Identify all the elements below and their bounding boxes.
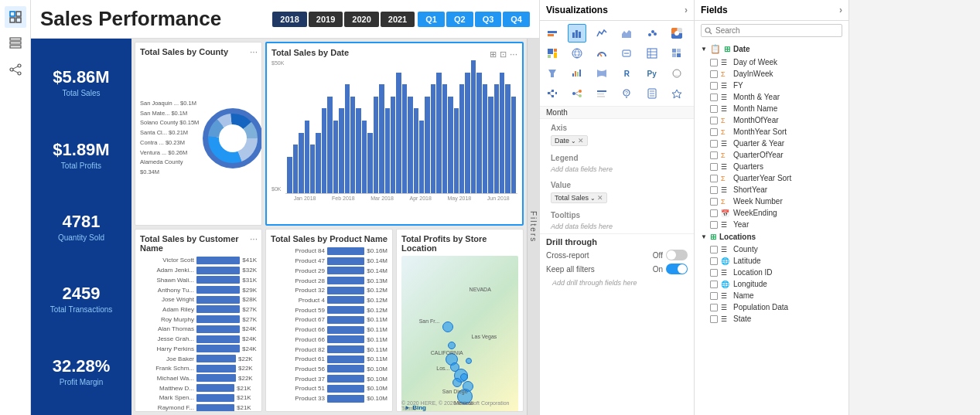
year-2021-button[interactable]: 2021	[381, 12, 415, 27]
field-item-dayinweek[interactable]: Σ DayInWeek	[695, 68, 849, 80]
loc-field-checkbox-2[interactable]	[710, 269, 718, 277]
field-checkbox-8[interactable]	[710, 151, 718, 159]
viz-r-script[interactable]: R	[617, 64, 636, 83]
field-checkbox-6[interactable]	[710, 128, 718, 136]
viz-key-influencers[interactable]	[568, 84, 586, 103]
loc-field-checkbox-3[interactable]	[710, 281, 718, 288]
data-view-icon[interactable]	[5, 32, 26, 54]
value-field-close[interactable]: ✕	[597, 194, 603, 202]
fields-group-date[interactable]: ▼ 📋 ⊞ Date	[695, 42, 849, 56]
viz-custom[interactable]: ...	[668, 64, 686, 83]
viz-python[interactable]: Py	[643, 64, 661, 83]
field-item-monthofyear[interactable]: Σ MonthOfYear	[695, 114, 849, 126]
field-checkbox-5[interactable]	[710, 117, 718, 124]
q1-button[interactable]: Q1	[418, 12, 445, 27]
field-item-quarterofyear[interactable]: Σ QuarterOfYear	[695, 149, 849, 161]
viz-treemap[interactable]	[543, 44, 562, 63]
field-checkbox-7[interactable]	[710, 140, 718, 148]
fields-search-container[interactable]	[701, 24, 842, 37]
field-checkbox-0[interactable]	[710, 59, 718, 66]
viz-table[interactable]	[643, 44, 661, 63]
viz-waterfall[interactable]	[568, 64, 586, 83]
field-checkbox-2[interactable]	[710, 82, 718, 90]
field-item-month_&_year[interactable]: ☰ Month & Year	[695, 91, 849, 103]
year-2020-button[interactable]: 2020	[344, 12, 378, 27]
field-checkbox-10[interactable]	[710, 175, 718, 182]
fields-group-locations[interactable]: ▼ ⊞ Locations	[695, 230, 849, 243]
viz-ribbon[interactable]	[592, 64, 611, 83]
chart-customer-menu[interactable]: ···	[250, 233, 258, 244]
viz-card[interactable]	[617, 44, 636, 63]
field-type-icon-4: ☰	[721, 105, 730, 113]
loc-field-item-county[interactable]: ☰ County	[695, 243, 849, 255]
cross-report-toggle[interactable]	[666, 250, 688, 260]
viz-area[interactable]	[617, 24, 636, 43]
field-checkbox-4[interactable]	[710, 105, 718, 113]
loc-field-checkbox-1[interactable]	[710, 257, 718, 265]
field-checkbox-3[interactable]	[710, 94, 718, 101]
focus-icon[interactable]: ⊡	[500, 49, 507, 60]
search-input[interactable]	[715, 26, 838, 35]
field-checkbox-14[interactable]	[710, 221, 718, 229]
viz-column[interactable]	[568, 24, 586, 43]
loc-field-item-longitude[interactable]: 🌐 Longitude	[695, 278, 849, 290]
viz-map[interactable]	[568, 44, 586, 63]
chart-date-menu[interactable]: ···	[510, 49, 517, 60]
field-item-quarters[interactable]: ☰ Quarters	[695, 161, 849, 172]
field-checkbox-11[interactable]	[710, 186, 718, 194]
year-2019-button[interactable]: 2019	[309, 12, 343, 27]
loc-field-checkbox-6[interactable]	[710, 315, 718, 323]
viz-funnel[interactable]	[543, 64, 562, 83]
viz-line[interactable]	[592, 24, 611, 43]
field-checkbox-9[interactable]	[710, 163, 718, 171]
field-item-week_number[interactable]: Σ Week Number	[695, 196, 849, 207]
field-checkbox-13[interactable]	[710, 209, 718, 217]
loc-field-checkbox-5[interactable]	[710, 304, 718, 311]
loc-field-item-name[interactable]: ☰ Name	[695, 290, 849, 301]
viz-pie[interactable]	[668, 24, 686, 43]
q2-button[interactable]: Q2	[446, 12, 473, 27]
field-checkbox-12[interactable]	[710, 198, 718, 206]
viz-gauge[interactable]	[592, 44, 611, 63]
q4-button[interactable]: Q4	[503, 12, 530, 27]
axis-field-value[interactable]: Date ⌄ ✕	[551, 135, 588, 146]
chart-product-menu[interactable]: ···	[381, 233, 388, 244]
filters-strip[interactable]: Filters	[527, 39, 539, 415]
viz-stacked-bar[interactable]	[543, 24, 562, 43]
chart-county-menu[interactable]: ···	[250, 46, 258, 57]
viz-smart-narrative[interactable]	[592, 84, 611, 103]
filter-icon[interactable]: ⊞	[490, 49, 497, 60]
viz-paginated[interactable]	[643, 84, 661, 103]
field-item-month_name[interactable]: ☰ Month Name	[695, 103, 849, 114]
viz-panel-expand-icon[interactable]: ›	[685, 5, 688, 15]
field-checkbox-1[interactable]	[710, 70, 718, 78]
field-item-year[interactable]: ☰ Year	[695, 219, 849, 230]
loc-field-item-location_id[interactable]: ☰ Location ID	[695, 267, 849, 278]
field-item-monthyear_sort[interactable]: Σ MonthYear Sort	[695, 126, 849, 138]
viz-metrics[interactable]	[668, 84, 686, 103]
viz-decomp-tree[interactable]	[543, 84, 562, 103]
field-item-quarteryear_sort[interactable]: Σ QuarterYear Sort	[695, 172, 849, 184]
field-item-shortyear[interactable]: ☰ ShortYear	[695, 184, 849, 196]
model-view-icon[interactable]	[5, 59, 26, 80]
axis-field-close[interactable]: ✕	[578, 137, 584, 145]
year-2018-button[interactable]: 2018	[272, 12, 306, 27]
viz-matrix[interactable]	[668, 44, 686, 63]
loc-field-item-state[interactable]: ☰ State	[695, 313, 849, 325]
field-item-quarter_&_year[interactable]: ☰ Quarter & Year	[695, 138, 849, 149]
field-item-weekending[interactable]: 📅 WeekEnding	[695, 207, 849, 219]
viz-qna[interactable]: ?	[617, 84, 636, 103]
keep-filters-toggle[interactable]	[666, 264, 688, 274]
fields-expand-icon[interactable]: ›	[839, 5, 842, 15]
loc-field-item-latitude[interactable]: 🌐 Latitude	[695, 255, 849, 267]
report-view-icon[interactable]	[5, 6, 26, 28]
loc-field-checkbox-0[interactable]	[710, 246, 718, 253]
value-field-value[interactable]: Total Sales ⌄ ✕	[551, 192, 607, 203]
loc-field-item-population_data[interactable]: ☰ Population Data	[695, 301, 849, 313]
product-bar-list: Product 84 $0.16M Product 47 $0.14M Prod…	[271, 247, 388, 404]
viz-scatter[interactable]	[643, 24, 661, 43]
field-item-fy[interactable]: ☰ FY	[695, 80, 849, 91]
field-item-day_of_week[interactable]: ☰ Day of Week	[695, 56, 849, 68]
q3-button[interactable]: Q3	[475, 12, 502, 27]
loc-field-checkbox-4[interactable]	[710, 292, 718, 300]
